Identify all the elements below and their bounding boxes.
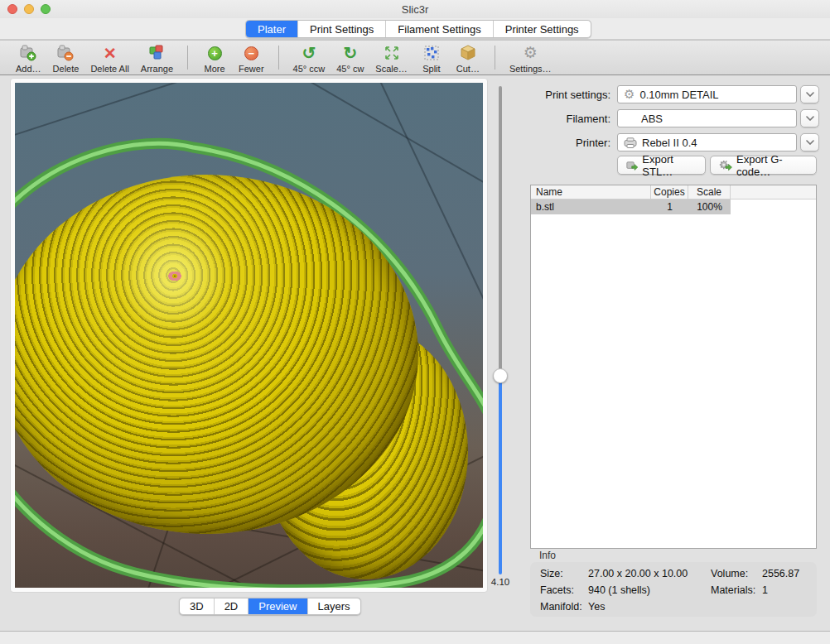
rotate-ccw-button[interactable]: ↺ 45° ccw [287, 41, 331, 74]
toolbar-label: 45° cw [336, 64, 364, 74]
delete-all-button[interactable]: ✕ Delete All [84, 41, 134, 74]
fewer-button[interactable]: − Fewer [233, 41, 270, 74]
slider-thumb[interactable] [493, 368, 508, 383]
tab-printer-settings[interactable]: Printer Settings [494, 21, 591, 37]
main-tab-row: Plater Print Settings Filament Settings … [0, 18, 830, 40]
3d-viewport[interactable] [15, 83, 483, 588]
toolbar-separator [187, 46, 188, 70]
table-row[interactable]: b.stl 1 100% [531, 199, 731, 214]
scale-icon [384, 43, 400, 63]
toolbar-label: Settings… [509, 64, 552, 74]
toolbar-label: 45° ccw [293, 64, 326, 74]
printer-label: Printer: [515, 137, 610, 149]
size-label: Size: [540, 568, 588, 579]
export-gcode-icon [719, 159, 732, 171]
objects-table: Name Copies Scale b.stl 1 100% [530, 185, 817, 549]
arrange-icon [147, 43, 166, 63]
printer-icon [624, 137, 637, 148]
chevron-down-icon [806, 116, 814, 121]
column-header-copies[interactable]: Copies [651, 185, 688, 199]
column-header-spacer [731, 185, 816, 199]
view-tab-2d[interactable]: 2D [215, 598, 249, 614]
print-settings-dropdown-button[interactable] [800, 85, 819, 103]
tab-plater[interactable]: Plater [246, 21, 298, 37]
info-panel: Size: 27.00 x 20.00 x 10.00 Volume: 2556… [530, 562, 817, 617]
materials-value: 1 [762, 584, 807, 596]
scale-button[interactable]: Scale… [369, 41, 413, 74]
sliced-object-large-dome[interactable] [15, 175, 418, 534]
tab-print-settings[interactable]: Print Settings [298, 21, 386, 37]
tab-filament-settings[interactable]: Filament Settings [386, 21, 493, 37]
main-tabs: Plater Print Settings Filament Settings … [245, 20, 591, 38]
info-section-title: Info [539, 550, 556, 561]
toolbar-label: Fewer [239, 64, 264, 74]
toolbar-separator [495, 46, 495, 70]
printer-value: Rebel II 0.4 [642, 137, 697, 149]
toolbar-label: Split [422, 64, 440, 74]
chevron-down-icon [806, 140, 814, 145]
filament-value: ABS [641, 113, 663, 125]
cut-icon [459, 43, 477, 63]
view-mode-tabs: 3D 2D Preview Layers [179, 598, 361, 615]
title-bar: Slic3r [0, 0, 830, 18]
layer-slider[interactable] [491, 86, 509, 578]
minimize-button[interactable] [24, 4, 34, 14]
print-settings-label: Print settings: [515, 89, 610, 101]
preview-panel [10, 78, 488, 593]
view-tab-3d[interactable]: 3D [180, 598, 215, 614]
filament-select[interactable]: ABS [617, 109, 797, 127]
materials-label: Materials: [711, 584, 762, 596]
close-button[interactable] [7, 4, 17, 14]
arrange-button[interactable]: Arrange [135, 41, 179, 74]
slider-value: 4.10 [485, 577, 515, 587]
cut-button[interactable]: Cut… [450, 41, 486, 74]
toolbar-label: Arrange [141, 64, 173, 74]
large-dome-apex-marker [166, 270, 183, 282]
rotate-cw-icon: ↻ [343, 43, 357, 63]
manifold-value: Yes [588, 601, 711, 613]
column-header-name[interactable]: Name [531, 185, 651, 199]
view-tab-preview[interactable]: Preview [249, 598, 307, 614]
export-stl-label: Export STL… [642, 153, 697, 178]
manifold-label: Manifold: [540, 601, 588, 613]
settings-icon: ⚙ [524, 43, 538, 63]
rotate-ccw-icon: ↺ [302, 43, 316, 63]
add-button[interactable]: Add… [10, 41, 47, 74]
export-gcode-button[interactable]: Export G-code… [710, 156, 817, 175]
toolbar-group-settings: ⚙ Settings… [504, 41, 557, 74]
volume-value: 2556.87 [762, 568, 807, 579]
objects-table-header: Name Copies Scale [531, 185, 816, 199]
printer-dropdown-button[interactable] [800, 133, 819, 151]
facets-label: Facets: [540, 584, 588, 596]
toolbar-label: More [204, 64, 224, 74]
facets-value: 940 (1 shells) [588, 584, 711, 596]
export-gcode-label: Export G-code… [736, 153, 808, 178]
window-title: Slic3r [402, 3, 429, 16]
slider-track-lower[interactable] [499, 376, 502, 574]
rotate-cw-button[interactable]: ↻ 45° cw [331, 41, 369, 74]
printer-select[interactable]: Rebel II 0.4 [617, 133, 797, 151]
toolbar-label: Delete All [90, 64, 128, 74]
print-settings-select[interactable]: ⚙ 0.10mm DETAIL [617, 85, 797, 103]
toolbar-group-transform: ↺ 45° ccw ↻ 45° cw Scale… [287, 41, 486, 74]
zoom-button[interactable] [41, 4, 51, 14]
split-icon [423, 43, 440, 63]
toolbar-group-objects: Add… Delete ✕ Delete All [10, 41, 179, 74]
toolbar-label: Delete [53, 64, 80, 74]
filament-dropdown-button[interactable] [800, 109, 819, 127]
split-button[interactable]: Split [413, 41, 450, 74]
column-header-scale[interactable]: Scale [688, 185, 731, 199]
delete-button[interactable]: Delete [47, 41, 85, 74]
export-stl-button[interactable]: Export STL… [617, 156, 706, 175]
gear-icon: ⚙ [624, 86, 635, 103]
add-object-icon [18, 43, 38, 63]
cell-scale: 100% [688, 199, 731, 214]
more-button[interactable]: + More [196, 41, 233, 74]
size-value: 27.00 x 20.00 x 10.00 [588, 568, 711, 579]
volume-label: Volume: [711, 568, 762, 579]
settings-button[interactable]: ⚙ Settings… [504, 41, 557, 74]
slider-track-upper[interactable] [499, 86, 502, 376]
plater-content: 4.10 3D 2D Preview Layers Print settings… [0, 75, 830, 631]
view-tab-layers[interactable]: Layers [308, 598, 360, 614]
status-bar [0, 631, 830, 644]
